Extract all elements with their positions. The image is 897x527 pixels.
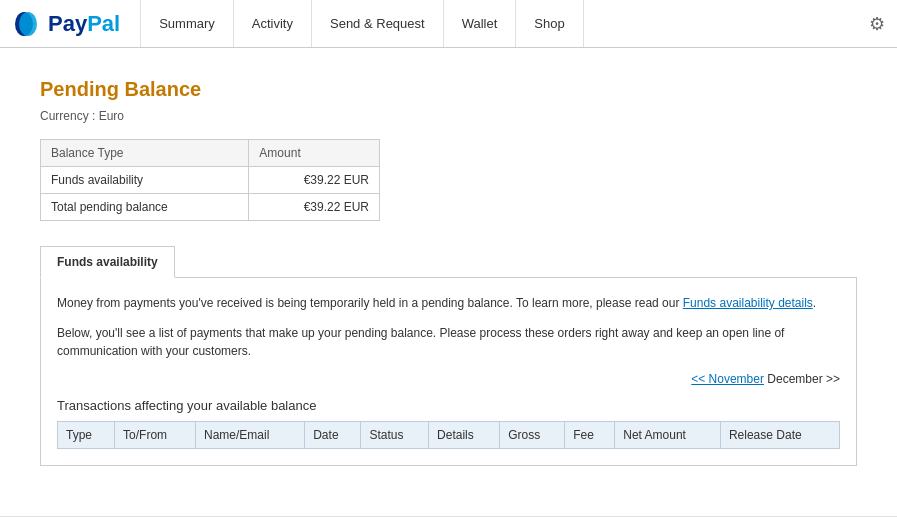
balance-row-2-type: Total pending balance <box>41 194 249 221</box>
nav-item-send-request[interactable]: Send & Request <box>312 0 444 47</box>
col-gross: Gross <box>500 422 565 449</box>
col-status: Status <box>361 422 429 449</box>
current-month-text: December >> <box>767 372 840 386</box>
col-name-email: Name/Email <box>195 422 304 449</box>
col-to-from: To/From <box>115 422 196 449</box>
prev-month-link[interactable]: << November <box>691 372 764 386</box>
info-text-1: Money from payments you've received is b… <box>57 294 840 312</box>
funds-availability-link[interactable]: Funds availability details <box>683 296 813 310</box>
balance-row-2-amount: €39.22 EUR <box>249 194 380 221</box>
section-title: Transactions affecting your available ba… <box>57 398 840 413</box>
col-details: Details <box>429 422 500 449</box>
balance-table: Balance Type Amount Funds availability €… <box>40 139 380 221</box>
page-title: Pending Balance <box>40 78 857 101</box>
paypal-logo: PayPal <box>12 8 120 40</box>
svg-point-1 <box>19 12 37 36</box>
currency-label: Currency : Euro <box>40 109 857 123</box>
main-content: Pending Balance Currency : Euro Balance … <box>0 48 897 496</box>
col-net-amount: Net Amount <box>615 422 721 449</box>
tabs: Funds availability <box>40 245 857 278</box>
col-fee: Fee <box>565 422 615 449</box>
balance-col-type: Balance Type <box>41 140 249 167</box>
col-date: Date <box>305 422 361 449</box>
paypal-icon <box>12 8 44 40</box>
balance-row-1: Funds availability €39.22 EUR <box>41 167 380 194</box>
navbar: PayPal Summary Activity Send & Request W… <box>0 0 897 48</box>
nav-items: Summary Activity Send & Request Wallet S… <box>140 0 869 47</box>
nav-item-shop[interactable]: Shop <box>516 0 583 47</box>
nav-item-summary[interactable]: Summary <box>140 0 234 47</box>
footer: Return to My Account <box>0 516 897 527</box>
nav-item-wallet[interactable]: Wallet <box>444 0 517 47</box>
col-type: Type <box>58 422 115 449</box>
logo-paypal-text: PayPal <box>48 11 120 37</box>
info-text-2: Below, you'll see a list of payments tha… <box>57 324 840 360</box>
col-release-date: Release Date <box>720 422 839 449</box>
tab-content: Money from payments you've received is b… <box>40 278 857 466</box>
nav-item-activity[interactable]: Activity <box>234 0 312 47</box>
balance-col-amount: Amount <box>249 140 380 167</box>
balance-row-1-amount: €39.22 EUR <box>249 167 380 194</box>
tab-funds-availability[interactable]: Funds availability <box>40 246 175 278</box>
month-nav: << November December >> <box>57 372 840 386</box>
balance-row-1-type: Funds availability <box>41 167 249 194</box>
settings-icon[interactable]: ⚙ <box>869 13 885 35</box>
transactions-table: Type To/From Name/Email Date Status Deta… <box>57 421 840 449</box>
balance-row-2: Total pending balance €39.22 EUR <box>41 194 380 221</box>
